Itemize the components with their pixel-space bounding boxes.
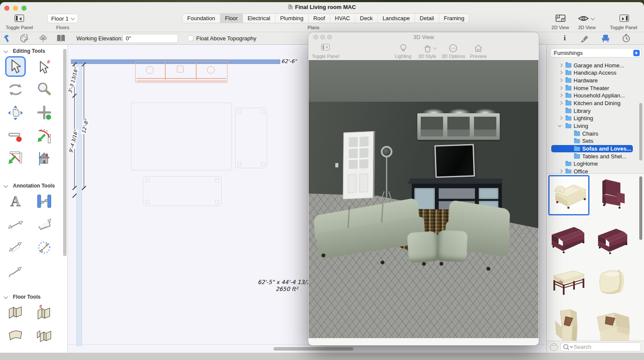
3d-view-window[interactable]: 3D View Toggle Panel Lighting 3D Style 3…	[308, 32, 539, 345]
thumbnail-cream-armchair[interactable]	[548, 308, 589, 341]
select-arrow-tool[interactable]	[5, 56, 26, 77]
search-row	[547, 341, 644, 353]
toggle-panel-right-label: Toggle Panel	[603, 25, 644, 30]
view-2d-button[interactable]	[556, 15, 565, 22]
angular-dimension-tool[interactable]	[34, 214, 55, 235]
tab-electrical[interactable]: Electrical	[243, 14, 276, 23]
3d-viewport[interactable]	[309, 60, 538, 338]
tree-item-garage[interactable]: Garage and Home...	[547, 61, 644, 69]
tree-item-household[interactable]: Household Applian...	[547, 92, 644, 100]
text-tool[interactable]: A	[5, 191, 26, 212]
thumbnail-cream-chaise-lounge[interactable]	[548, 175, 589, 215]
end-to-end-dimension-tool[interactable]	[5, 214, 26, 235]
tree-item-library[interactable]: Library	[547, 107, 644, 115]
add-object-tool[interactable]	[34, 103, 55, 123]
floor-by-number-tool[interactable]: #	[34, 302, 55, 323]
thumbnail-maroon-loveseat[interactable]	[593, 220, 634, 260]
leader-line-tool[interactable]	[5, 260, 26, 281]
history-clock-icon[interactable]	[622, 33, 631, 45]
floor-selector[interactable]: Floor 1	[47, 14, 78, 23]
pan-tool[interactable]	[5, 103, 26, 123]
float-above-topography-checkbox[interactable]	[188, 35, 194, 41]
dimension-label-top[interactable]: 62'-6"	[280, 58, 298, 64]
plan-rug[interactable]	[131, 103, 232, 170]
search-input[interactable]	[574, 343, 638, 351]
tree-item-hardware[interactable]: Hardware	[547, 76, 644, 84]
plan-entertainment-center[interactable]	[135, 61, 228, 83]
3d-toggle-panel-button[interactable]	[321, 44, 330, 51]
tree-item-loghome[interactable]: LogHome	[547, 160, 644, 168]
thumbnail-cream-cube-ottoman[interactable]	[593, 264, 634, 304]
furniture-icon[interactable]	[601, 34, 610, 45]
thumbnail-maroon-armchair[interactable]	[593, 175, 634, 215]
tree-item-living[interactable]: Living	[547, 122, 644, 130]
collapse-icon	[4, 49, 8, 53]
more-options-button[interactable]	[550, 343, 558, 351]
3d-style-button[interactable]	[423, 44, 436, 53]
tree-item-sofas-selected[interactable]: Sofas and Loves...	[547, 145, 644, 153]
plants-tree-icon[interactable]	[39, 34, 48, 45]
search-icon	[563, 344, 574, 351]
reference-marker-tool[interactable]	[34, 148, 55, 169]
sidebar-scrollbar[interactable]	[63, 49, 67, 256]
plan-sofa[interactable]	[143, 176, 222, 206]
multiple-floors-tool[interactable]	[34, 325, 55, 346]
select-numbered-tool[interactable]: #	[34, 56, 55, 77]
thumbnail-cream-bench-ottoman[interactable]	[548, 264, 589, 304]
tree-item-home-theater[interactable]: Home Theater	[547, 84, 644, 92]
point-to-point-dimension-tool[interactable]	[34, 237, 55, 258]
tree-item-kitchen[interactable]: Kitchen and Dining	[547, 99, 644, 107]
tab-roof[interactable]: Roof	[309, 14, 330, 23]
tab-foundation[interactable]: Foundation	[182, 14, 220, 23]
catalog-dropdown[interactable]: Furnishings	[550, 48, 641, 57]
tree-item-tables[interactable]: Tables and Shel...	[547, 152, 644, 160]
toggle-panel-right-button[interactable]	[620, 15, 629, 22]
toggle-panel-left-button[interactable]	[15, 15, 24, 22]
tree-item-handicap[interactable]: Handicap Access	[547, 69, 644, 77]
3d-window-titlebar[interactable]: 3D View	[308, 32, 539, 42]
library-book-icon[interactable]	[56, 34, 66, 45]
materials-palette-icon[interactable]	[20, 34, 29, 45]
view-2d-label: 2D View	[546, 25, 574, 30]
plan-loveseat[interactable]	[235, 108, 267, 168]
manual-dimension-tool[interactable]	[5, 237, 26, 258]
tree-scrollbar[interactable]	[639, 103, 642, 160]
canvas-horizontal-scrollbar[interactable]	[273, 347, 353, 351]
zoom-tool[interactable]	[34, 79, 55, 100]
floors-group-label: Floors	[47, 25, 78, 30]
pen-tag-icon[interactable]	[580, 34, 589, 44]
tab-deck[interactable]: Deck	[355, 14, 378, 23]
chamfer-corner-tool[interactable]	[5, 148, 26, 169]
main-toolbar: Toggle Panel Floor 1 Floors Foundation F…	[0, 12, 644, 32]
folder-icon	[565, 116, 571, 121]
tab-detail[interactable]: Detail	[415, 14, 439, 23]
info-icon[interactable]: i	[564, 34, 566, 42]
scene-wall-shelf	[417, 113, 500, 140]
thumbnails-scrollbar[interactable]	[639, 176, 642, 240]
tab-hvac[interactable]: HVAC	[330, 14, 355, 23]
tree-item-chairs[interactable]: Chairs	[547, 130, 644, 137]
svg-text:#: #	[39, 304, 42, 309]
3d-options-button[interactable]	[449, 44, 458, 54]
tab-plumbing[interactable]: Plumbing	[275, 14, 308, 23]
tree-item-lighting[interactable]: Lighting	[547, 115, 644, 122]
interior-dimension-tool[interactable]	[34, 191, 55, 212]
tab-framing[interactable]: Framing	[439, 14, 469, 23]
plan-wall-vertical[interactable]	[76, 64, 82, 346]
curved-floor-tool[interactable]	[5, 325, 26, 346]
fillet-corner-tool[interactable]	[34, 126, 55, 146]
tab-floor[interactable]: Floor	[220, 14, 243, 23]
tab-landscape[interactable]: Landscape	[378, 14, 415, 23]
rotate-tool[interactable]	[5, 79, 26, 100]
thumbnail-cream-loveseat[interactable]	[593, 308, 634, 341]
thumbnail-maroon-sofa[interactable]	[548, 220, 589, 260]
build-hammer-icon[interactable]	[3, 34, 12, 45]
working-elevation-input[interactable]	[122, 34, 178, 43]
title-bar: Final Living room MAC	[0, 2, 644, 12]
tree-item-sets[interactable]: Sets	[547, 137, 644, 145]
remove-object-tool[interactable]	[5, 126, 26, 146]
build-new-floor-tool[interactable]	[5, 302, 26, 323]
view-3d-button[interactable]	[578, 15, 594, 22]
preview-button[interactable]	[474, 44, 483, 54]
search-field[interactable]	[560, 342, 641, 351]
